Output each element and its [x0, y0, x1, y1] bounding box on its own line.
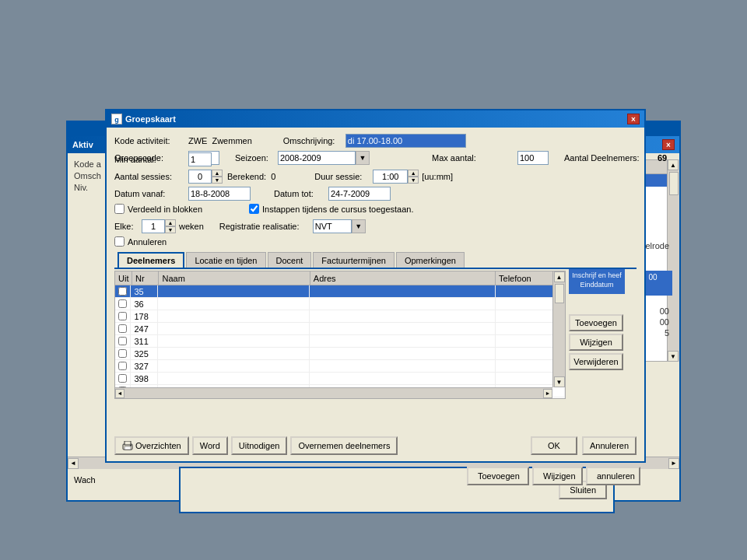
- sessies-up[interactable]: ▲: [212, 170, 223, 177]
- bg-hscroll-right[interactable]: ►: [668, 458, 679, 469]
- elke-label: Elke:: [114, 222, 142, 231]
- row-checkbox-247[interactable]: [118, 324, 127, 333]
- table-hscroll-left[interactable]: ◄: [115, 389, 124, 398]
- td-adres-36: [310, 298, 496, 310]
- bg-omsch-label: Omsch: [74, 171, 101, 180]
- deelnemers-table: Uit Nr Naam Adres Telefoon 35: [114, 271, 566, 399]
- min-label: Min aantal:: [114, 155, 188, 164]
- sessies-input[interactable]: [188, 170, 212, 184]
- max-input[interactable]: [517, 151, 549, 165]
- datum-vanaf-input[interactable]: [188, 187, 251, 201]
- registratie-label: Registratie realisatie:: [219, 222, 313, 231]
- bg-scroll-down[interactable]: ▼: [668, 351, 679, 362]
- bg-wijzigen-btn[interactable]: Wijzigen: [532, 467, 583, 485]
- bg-scroll-up[interactable]: ▲: [668, 159, 679, 170]
- bg-action-buttons: Toevoegen Wijzigen annuleren: [467, 467, 640, 485]
- wijzigen-button[interactable]: Wijzigen: [569, 334, 623, 351]
- bg-num-1: 00: [660, 306, 669, 316]
- elke-input[interactable]: [142, 219, 165, 233]
- table-row[interactable]: 247: [115, 323, 565, 335]
- bg-scroll-thumb[interactable]: [669, 172, 679, 195]
- bg-close-button[interactable]: ×: [662, 139, 675, 150]
- table-body: 35 36 178: [115, 285, 565, 399]
- td-naam-311: [158, 335, 310, 347]
- row-checkbox-35[interactable]: [118, 287, 127, 296]
- row-datum: Datum vanaf: Datum tot:: [114, 187, 637, 201]
- omschrijving-input[interactable]: [345, 134, 466, 148]
- registratie-dropdown[interactable]: ▼: [352, 219, 366, 233]
- table-row[interactable]: 36: [115, 298, 565, 310]
- table-scroll-up[interactable]: ▲: [554, 271, 565, 282]
- instappen-wrap: Instappen tijdens de cursus toegestaan.: [249, 204, 413, 214]
- bg-hscroll-left[interactable]: ◄: [68, 458, 79, 469]
- annuleren-dialog-button[interactable]: Annuleren: [582, 436, 637, 455]
- th-naam: Naam: [159, 271, 310, 285]
- word-button[interactable]: Word: [192, 436, 228, 455]
- row-checkbox-311[interactable]: [118, 337, 127, 345]
- dialog-close-button[interactable]: ×: [627, 114, 640, 124]
- overzichten-button[interactable]: Overzichten: [114, 436, 189, 455]
- row-checkbox-398[interactable]: [118, 374, 127, 383]
- verdeeld-checkbox[interactable]: [114, 204, 124, 214]
- row-checkbox-178[interactable]: [118, 312, 127, 320]
- annuleren-wrap: Annuleren: [114, 236, 167, 247]
- sessies-down[interactable]: ▼: [212, 177, 223, 184]
- tab-locatie[interactable]: Locatie en tijden: [186, 252, 265, 268]
- table-area: Uit Nr Naam Adres Telefoon 35: [114, 269, 637, 399]
- uitnodigen-button[interactable]: Uitnodigen: [231, 436, 288, 455]
- bg-toevoegen-btn[interactable]: Toevoegen: [467, 467, 529, 485]
- duur-input[interactable]: [373, 170, 408, 184]
- table-row[interactable]: 398: [115, 373, 565, 385]
- kode-name: Zwemmen: [212, 136, 251, 145]
- instappen-checkbox[interactable]: [249, 204, 259, 214]
- overnemen-button[interactable]: Overnemen deelnemers: [290, 436, 398, 455]
- toevoegen-button[interactable]: Toevoegen: [569, 314, 623, 331]
- elke-up[interactable]: ▲: [165, 219, 176, 226]
- table-row[interactable]: 35: [115, 285, 565, 298]
- table-row[interactable]: 178: [115, 310, 565, 323]
- table-row[interactable]: 311: [115, 335, 565, 348]
- ok-button[interactable]: OK: [531, 436, 577, 455]
- table-row[interactable]: 325: [115, 348, 565, 360]
- table-row[interactable]: 327: [115, 360, 565, 373]
- td-adres-325: [310, 348, 496, 359]
- row-checkbox-36[interactable]: [118, 299, 127, 308]
- max-label: Max aantal:: [432, 153, 517, 163]
- row-kode: Kode activiteit: ZWE Zwemmen Omschrijvin…: [114, 134, 637, 148]
- bg-window-title: Aktiv: [72, 140, 93, 149]
- row-checkbox-327[interactable]: [118, 362, 127, 370]
- tab-deelnemers[interactable]: Deelnemers: [117, 252, 184, 268]
- min-input[interactable]: [188, 152, 212, 166]
- berekend-value: 0: [271, 172, 275, 181]
- verwijderen-button[interactable]: Verwijderen: [569, 353, 623, 370]
- duur-unit: [uu:mm]: [422, 172, 453, 181]
- bg-niv-label: Niv.: [74, 183, 88, 192]
- td-nr-325: 325: [131, 348, 158, 359]
- table-scroll-down[interactable]: ▼: [554, 376, 565, 387]
- td-naam-178: [158, 310, 310, 322]
- annuleren-checkbox[interactable]: [114, 236, 124, 247]
- registratie-input[interactable]: [313, 219, 352, 233]
- kode-code: ZWE: [188, 136, 207, 145]
- duur-up[interactable]: ▲: [408, 170, 419, 177]
- row-min: Min aantal:: [114, 152, 637, 166]
- tab-factuur[interactable]: Factuurtermijnen: [313, 252, 395, 268]
- table-hscrollbar[interactable]: ◄ ►: [115, 387, 552, 398]
- bg-annuleren-btn[interactable]: annuleren: [586, 467, 640, 485]
- datum-tot-input[interactable]: [328, 187, 391, 201]
- kode-label: Kode activiteit:: [114, 136, 188, 145]
- elke-down[interactable]: ▼: [165, 226, 176, 233]
- table-scroll-thumb[interactable]: [555, 284, 564, 303]
- right-action-panel: Inschrijf en heef Einddatum Toevoegen Wi…: [569, 269, 625, 399]
- bg-elrode: elrode: [645, 241, 669, 250]
- tab-docent[interactable]: Docent: [268, 252, 312, 268]
- row-checkbox-325[interactable]: [118, 349, 127, 358]
- table-hscroll-right[interactable]: ►: [543, 389, 552, 398]
- td-nr-178: 178: [131, 310, 158, 322]
- seizoen-dropdown[interactable]: ▼: [356, 151, 370, 165]
- seizoen-input[interactable]: [278, 151, 356, 165]
- duur-down[interactable]: ▼: [408, 177, 419, 184]
- td-naam-35: [158, 285, 310, 297]
- table-vscrollbar[interactable]: ▲ ▼: [552, 271, 565, 387]
- tab-opmerking[interactable]: Opmerkingen: [396, 252, 465, 268]
